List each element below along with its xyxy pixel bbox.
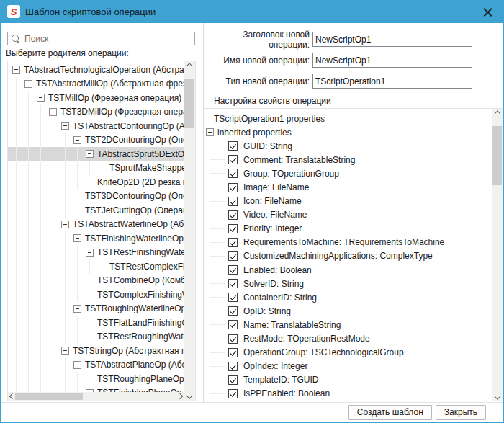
property-row[interactable]: OperationGroup: TSCTechnologicalGroup <box>204 346 492 360</box>
property-checkbox-checked[interactable] <box>228 320 238 329</box>
collapse-icon[interactable] <box>24 80 32 88</box>
prop-indent <box>204 222 228 236</box>
tree-node[interactable]: TST2DContouringOp (Опер... <box>8 133 184 148</box>
tree-vscroll-thumb[interactable] <box>184 79 194 128</box>
tree-node[interactable]: TSTFinishingWaterlineOp (... <box>8 231 184 246</box>
window-close-button[interactable] <box>471 0 504 23</box>
titlebar[interactable]: S Шаблон скриптовой операции <box>0 0 504 23</box>
property-checkbox-checked[interactable] <box>228 389 238 398</box>
property-checkbox-checked[interactable] <box>228 348 238 357</box>
tree-node[interactable]: TSTRestRoughingWater... <box>8 330 184 344</box>
scroll-up-icon[interactable] <box>184 61 195 73</box>
property-checkbox-checked[interactable] <box>228 224 238 233</box>
property-checkbox-checked[interactable] <box>228 238 238 247</box>
tree-node[interactable]: TST3DContouringOp (Опер... <box>8 190 184 204</box>
tree-vertical-scrollbar[interactable] <box>184 61 195 401</box>
scroll-right-icon[interactable] <box>176 392 184 401</box>
collapse-icon[interactable] <box>73 305 81 313</box>
tree-hscroll-thumb[interactable] <box>15 393 83 400</box>
field-input[interactable] <box>312 74 472 89</box>
prop-indent <box>204 263 228 277</box>
property-checkbox-checked[interactable] <box>228 375 238 385</box>
collapse-icon[interactable] <box>12 66 20 74</box>
tree-node[interactable]: TSTComplexFinishingW... <box>8 288 184 302</box>
tree-node[interactable]: TSprutMakeShappe... <box>8 161 184 176</box>
property-row[interactable]: GUID: String <box>204 139 492 153</box>
property-checkbox-checked[interactable] <box>228 155 238 164</box>
property-row[interactable]: TemplateID: TGUID <box>204 373 492 387</box>
property-row[interactable]: RestMode: TOperationRestMode <box>204 332 492 346</box>
tree-node[interactable]: TSTRoughingWaterlineOp (... <box>8 302 184 316</box>
tree-node[interactable]: KnifeOp2D (2D резка н... <box>8 175 184 190</box>
property-checkbox-checked[interactable] <box>228 306 238 316</box>
tree-node[interactable]: TSTAbstractWaterlineOp (Абс... <box>8 218 184 232</box>
tree-node[interactable]: TSTStringOp (Абстрактная по... <box>8 344 184 358</box>
property-row[interactable]: Image: FileName <box>204 180 492 194</box>
property-row[interactable]: Icon: FileName <box>204 195 492 208</box>
create-template-button[interactable]: Создать шаблон <box>348 405 432 420</box>
tree-node-selected[interactable]: TAbstractSprut5DExtO... <box>8 147 184 161</box>
chevron-up-icon <box>186 63 192 68</box>
search-input[interactable] <box>24 34 194 44</box>
tree-node[interactable]: TSTFlatLandFinishingOp... <box>8 316 184 330</box>
property-row[interactable]: Comment: TranslatableString <box>204 153 492 166</box>
collapse-icon[interactable] <box>61 221 69 228</box>
property-row[interactable]: IsPPEnabled: Boolean <box>204 387 492 401</box>
props-scroll-up-icon[interactable] <box>492 109 503 120</box>
property-checkbox-checked[interactable] <box>228 169 238 178</box>
tree-node[interactable]: TSTAbstractPlaneOp (Абст... <box>8 358 184 373</box>
collapse-icon[interactable] <box>86 249 94 257</box>
close-dialog-button[interactable]: Закрыть <box>436 405 486 420</box>
property-row[interactable]: Priority: Integer <box>204 222 492 236</box>
tree-horizontal-scrollbar[interactable] <box>8 392 184 401</box>
property-row[interactable]: Enabled: Boolean <box>204 263 492 277</box>
tree-indent <box>12 105 49 120</box>
tree-node[interactable]: TST3DMillOp (Фрезерная операци... <box>8 105 184 120</box>
tree-node[interactable]: TSTRestFinishingWaterli... <box>8 246 184 260</box>
collapse-icon[interactable] <box>61 347 69 355</box>
tree-node[interactable]: TSTRoughingPlaneOp (... <box>8 372 184 386</box>
property-row[interactable]: ContainerID: String <box>204 290 492 304</box>
property-row[interactable]: Group: TOperationGroup <box>204 166 492 180</box>
collapse-icon[interactable] <box>49 108 57 116</box>
props-vscroll-thumb[interactable] <box>492 126 502 185</box>
property-checkbox-checked[interactable] <box>228 279 238 288</box>
property-checkbox-checked[interactable] <box>228 183 238 192</box>
search-box[interactable] <box>7 32 195 45</box>
props-scroll-down-icon[interactable] <box>492 390 503 401</box>
tree-node[interactable]: TSTAbstractMillOp (Абстрактная фрезер... <box>8 77 184 92</box>
scroll-down-icon[interactable] <box>184 389 195 401</box>
field-input[interactable] <box>312 53 472 68</box>
property-checkbox-checked[interactable] <box>228 251 238 261</box>
property-row[interactable]: CustomizedMachiningApplications: Complex… <box>204 249 492 263</box>
property-checkbox-checked[interactable] <box>228 197 238 206</box>
tree-node[interactable]: TSTRestComplexFini... <box>8 259 184 274</box>
property-checkbox-checked[interactable] <box>228 334 238 344</box>
property-row[interactable]: SolverID: String <box>204 277 492 290</box>
property-checkbox-checked[interactable] <box>228 141 238 151</box>
property-row[interactable]: RequirementsToMachine: TRequirementsToMa… <box>204 236 492 249</box>
property-row[interactable]: Video: FileName <box>204 208 492 222</box>
tree-node[interactable]: TSTMillOp (Фрезерная операция) <box>8 91 184 105</box>
collapse-icon[interactable] <box>206 128 214 136</box>
tree-node[interactable]: TAbstractTechnologicalOperation (Абстрак… <box>8 63 184 77</box>
property-row[interactable]: Name: TranslatableString <box>204 318 492 331</box>
property-row[interactable]: OpID: String <box>204 304 492 318</box>
tree-node[interactable]: TSTAbstractContouringOp (Аб... <box>8 119 184 133</box>
property-checkbox-checked[interactable] <box>228 210 238 220</box>
tree-node[interactable]: TSTJetCuttingOp (Операц... <box>8 203 184 218</box>
properties-vertical-scrollbar[interactable] <box>492 109 503 401</box>
tree-node[interactable]: TSTCombineOp (Комби... <box>8 274 184 288</box>
property-checkbox-checked[interactable] <box>228 362 238 371</box>
property-row[interactable]: OpIndex: Integer <box>204 360 492 373</box>
property-checkbox-checked[interactable] <box>228 265 238 275</box>
property-checkbox-checked[interactable] <box>228 293 238 302</box>
collapse-icon[interactable] <box>37 94 45 102</box>
collapse-icon[interactable] <box>73 361 81 369</box>
field-input[interactable] <box>312 32 472 47</box>
collapse-icon[interactable] <box>73 136 81 144</box>
tree-leaf-spacer <box>86 182 97 182</box>
collapse-icon[interactable] <box>61 122 69 130</box>
collapse-icon[interactable] <box>86 150 94 158</box>
collapse-icon[interactable] <box>73 234 81 242</box>
